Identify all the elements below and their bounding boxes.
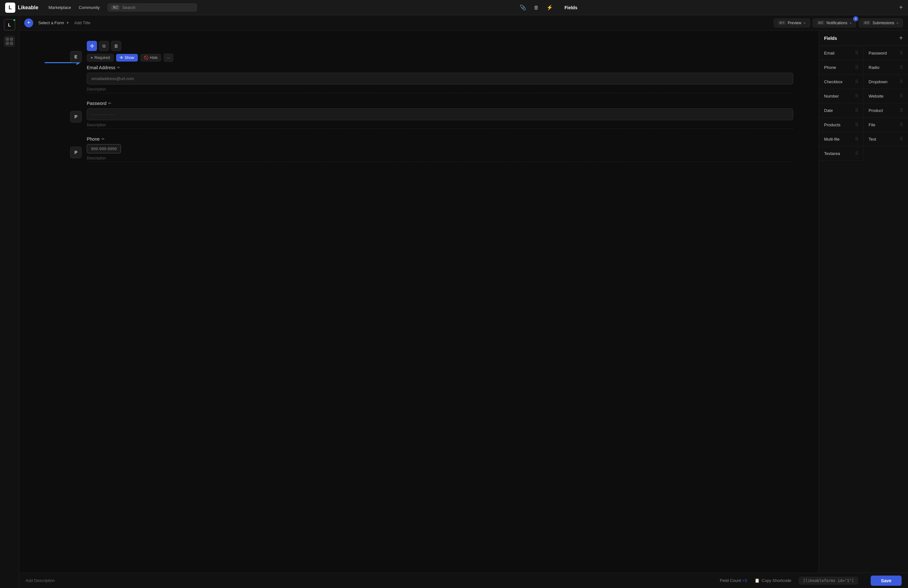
field-tile-products[interactable]: Products⠿ — [819, 118, 864, 132]
add-form-button[interactable]: + — [24, 19, 33, 27]
logo-area: L Likeable — [5, 3, 38, 13]
drag-dots-icon[interactable]: ⠿ — [900, 50, 903, 56]
required-badge[interactable]: ✦ Required — [87, 54, 114, 61]
right-sidebar-add-button[interactable]: + — [899, 34, 903, 42]
drag-dots-icon[interactable]: ⠿ — [855, 65, 858, 70]
drag-dots-icon[interactable]: ⠿ — [855, 137, 858, 141]
phone-description: Description — [87, 156, 793, 162]
field-tile-radio[interactable]: Radio⠿ — [864, 60, 908, 75]
field-count: Field Count +3 — [720, 578, 747, 583]
drag-dots-icon[interactable]: ⠿ — [900, 65, 903, 70]
email-input[interactable] — [87, 73, 793, 85]
fields-add-button[interactable]: + — [899, 4, 903, 11]
field-count-value: +3 — [742, 578, 747, 583]
paperclip-icon[interactable]: 📎 — [518, 3, 527, 12]
field-tile-email[interactable]: Email⠿ — [819, 46, 864, 60]
field-icon-password: P — [70, 111, 82, 122]
select-form-button[interactable]: Select a Form ▼ — [38, 21, 69, 25]
phone-input-display[interactable]: 999-999-9999 — [87, 144, 121, 153]
field-item-password: P Password ✏ ·········· Description — [19, 101, 819, 129]
email-label: Email Address ✏ — [87, 65, 793, 70]
delete-field-button[interactable]: 🗑 — [111, 41, 121, 51]
form-toolbar: + Select a Form ▼ Add Title ⌘X Preview +… — [19, 15, 908, 31]
field-item-email: E ✛ ⧉ 🗑 ✦ Required — [19, 41, 819, 93]
password-description: Description — [87, 123, 793, 129]
drag-dots-icon[interactable]: ⠿ — [855, 108, 858, 113]
top-nav: L Likeable Marketplace Community ⌘Z Sear… — [0, 0, 908, 15]
hide-badge[interactable]: 🚫 Hide — [140, 54, 161, 61]
add-title-button[interactable]: Add Title — [74, 21, 90, 25]
drag-dots-icon[interactable]: ⠿ — [900, 122, 903, 127]
left-sidebar: L — [0, 15, 19, 588]
floating-toolbar: ✛ ⧉ 🗑 — [87, 41, 793, 51]
drag-dots-icon[interactable]: ⠿ — [900, 79, 903, 84]
drag-dots-icon[interactable]: ⠿ — [855, 122, 858, 127]
field-options-bar: ✦ Required 👁 Show 🚫 Hide ··· — [87, 53, 793, 62]
nav-links: Marketplace Community — [48, 5, 100, 10]
show-badge[interactable]: 👁 Show — [116, 54, 138, 61]
email-description: Description — [87, 87, 793, 93]
password-edit-icon[interactable]: ✏ — [108, 101, 111, 106]
marketplace-link[interactable]: Marketplace — [48, 5, 71, 10]
drag-dots-icon[interactable]: ⠿ — [900, 137, 903, 141]
field-icon-phone: P — [70, 147, 82, 158]
field-tile-date[interactable]: Date⠿ — [819, 103, 864, 118]
phone-label: Phone ✏ — [87, 137, 793, 141]
drag-dots-icon[interactable]: ⠿ — [900, 108, 903, 113]
email-edit-icon[interactable]: ✏ — [117, 65, 120, 70]
right-sidebar: Fields + Email⠿Password⠿Phone⠿Radio⠿Chec… — [819, 31, 908, 573]
field-content-password: Password ✏ ·········· Description — [87, 101, 793, 129]
logo-icon: L — [5, 3, 15, 13]
field-tile-file[interactable]: File⠿ — [864, 118, 908, 132]
drag-dots-icon[interactable]: ⠿ — [855, 50, 858, 56]
online-indicator — [13, 19, 16, 22]
fields-nav-label: Fields — [564, 5, 577, 10]
drag-dots-icon[interactable]: ⠿ — [855, 93, 858, 98]
field-content-email: ✛ ⧉ 🗑 ✦ Required 👁 Sho — [87, 41, 793, 93]
main-layout: L + Select a Form ▼ Add Title ⌘X Preview — [0, 15, 908, 588]
field-icon-email: E — [70, 51, 82, 63]
grid-icon[interactable] — [4, 36, 15, 47]
app-name: Likeable — [18, 5, 38, 11]
add-description-button[interactable]: Add Description — [26, 578, 55, 583]
field-tile-phone[interactable]: Phone⠿ — [819, 60, 864, 75]
field-tile-text[interactable]: Text⠿ — [864, 132, 908, 146]
right-sidebar-title: Fields — [824, 36, 837, 41]
drag-button[interactable]: ✛ — [87, 41, 97, 51]
community-link[interactable]: Community — [79, 5, 100, 10]
field-content-phone: Phone ✏ 999-999-9999 Description — [87, 137, 793, 162]
field-tile-website[interactable]: Website⠿ — [864, 89, 908, 103]
field-tile-checkbox[interactable]: Checkbox⠿ — [819, 75, 864, 89]
field-tile-password[interactable]: Password⠿ — [864, 46, 908, 60]
field-tile-dropdown[interactable]: Dropdown⠿ — [864, 75, 908, 89]
form-tabs: ⌘X Preview + ⌘E Notifications + 0 ⌘B Sub… — [774, 19, 903, 27]
more-options-button[interactable]: ··· — [164, 53, 173, 62]
password-display: ·········· — [87, 108, 793, 120]
save-button[interactable]: Save — [871, 575, 902, 586]
content-area: E ✛ ⧉ 🗑 ✦ Required — [19, 31, 908, 573]
search-placeholder: Search — [122, 5, 135, 10]
lightning-icon[interactable]: ⚡ — [545, 3, 554, 12]
field-item-phone: P Phone ✏ 999-999-9999 Description — [19, 137, 819, 162]
bottom-bar: Add Description Field Count +3 📋 Copy Sh… — [19, 573, 908, 588]
field-tile-multi-file[interactable]: Multi-file⠿ — [819, 132, 864, 146]
trash-icon[interactable]: 🗑 — [533, 3, 540, 12]
field-tile-product[interactable]: Product⠿ — [864, 103, 908, 118]
tab-submissions[interactable]: ⌘B Submissions + — [858, 19, 903, 27]
drag-dots-icon[interactable]: ⠿ — [900, 93, 903, 98]
shortcode-display: [likeableforms id="1"] — [799, 577, 858, 585]
tab-notifications[interactable]: ⌘E Notifications + 0 — [813, 19, 856, 27]
phone-edit-icon[interactable]: ✏ — [101, 137, 105, 141]
password-label: Password ✏ — [87, 101, 793, 106]
search-kbd: ⌘Z — [111, 5, 120, 10]
field-tile-textarea[interactable]: Textarea⠿ — [819, 146, 864, 161]
tab-preview[interactable]: ⌘X Preview + — [774, 19, 810, 27]
copy-field-button[interactable]: ⧉ — [99, 41, 109, 51]
copy-shortcode-button[interactable]: 📋 Copy Shortcode — [755, 578, 791, 583]
drag-dots-icon[interactable]: ⠿ — [855, 151, 858, 156]
drag-dots-icon[interactable]: ⠿ — [855, 79, 858, 84]
select-form-caret: ▼ — [66, 21, 69, 24]
search-bar[interactable]: ⌘Z Search — [108, 3, 197, 11]
field-tile-number[interactable]: Number⠿ — [819, 89, 864, 103]
sidebar-logo: L — [4, 19, 15, 31]
